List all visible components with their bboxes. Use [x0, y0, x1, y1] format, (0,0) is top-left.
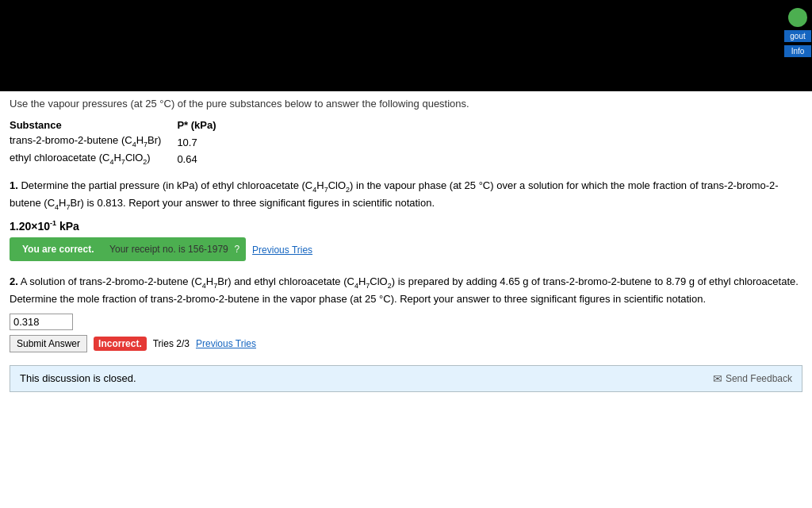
- pressure-1: 10.7: [177, 133, 232, 150]
- table-header-row: Substance P* (kPa): [10, 117, 232, 133]
- table-row: trans-2-bromo-2-butene (C4H7Br) 10.7: [10, 133, 232, 150]
- pressure-header: P* (kPa): [177, 117, 232, 133]
- info-button[interactable]: Info: [784, 45, 811, 57]
- discussion-bar: This discussion is closed. ✉ Send Feedba…: [10, 365, 802, 392]
- question-2-block: 2. A solution of trans-2-bromo-2-butene …: [10, 274, 802, 352]
- pressure-2: 0.64: [177, 150, 232, 167]
- incorrect-badge: Incorrect.: [94, 337, 147, 351]
- submit-answer-button[interactable]: Submit Answer: [10, 335, 87, 352]
- circle-icon: [788, 8, 807, 27]
- question-1-text: 1. Determine the partial pressure (in kP…: [10, 178, 802, 213]
- correct-badge: You are correct.: [16, 241, 100, 258]
- main-content: Use the vapour pressures (at 25 °C) of t…: [0, 91, 812, 398]
- send-feedback-button[interactable]: ✉ Send Feedback: [713, 372, 792, 385]
- receipt-text: Your receipt no. is 156-1979: [109, 244, 228, 255]
- substance-header: Substance: [10, 117, 177, 133]
- instruction-text: Use the vapour pressures (at 25 °C) of t…: [10, 98, 802, 110]
- submit-row: Submit Answer Incorrect. Tries 2/3 Previ…: [10, 335, 802, 352]
- send-feedback-label: Send Feedback: [726, 373, 792, 384]
- question-1-answer: 1.20×10-1 kPa: [10, 219, 802, 233]
- substance-1: trans-2-bromo-2-butene (C4H7Br): [10, 133, 177, 150]
- previous-tries-link-1[interactable]: Previous Tries: [252, 244, 312, 256]
- correct-row: You are correct. Your receipt no. is 156…: [10, 237, 802, 261]
- question-1-block: 1. Determine the partial pressure (in kP…: [10, 178, 802, 261]
- previous-tries-link-2[interactable]: Previous Tries: [196, 338, 256, 349]
- tries-text: Tries 2/3: [153, 338, 190, 349]
- question-2-text: 2. A solution of trans-2-bromo-2-butene …: [10, 274, 802, 307]
- top-bar-right: gout Info: [783, 0, 812, 57]
- table-row: ethyl chloroacetate (C4H7ClO2) 0.64: [10, 150, 232, 167]
- logout-button[interactable]: gout: [784, 30, 811, 42]
- help-icon[interactable]: ?: [234, 244, 239, 255]
- feedback-icon: ✉: [713, 372, 722, 385]
- substance-2: ethyl chloroacetate (C4H7ClO2): [10, 150, 177, 167]
- substance-table: Substance P* (kPa) trans-2-bromo-2-buten…: [10, 117, 232, 167]
- question-2-input[interactable]: [10, 314, 73, 330]
- discussion-closed-text: This discussion is closed.: [20, 372, 136, 384]
- top-bar: gout Info: [0, 0, 812, 91]
